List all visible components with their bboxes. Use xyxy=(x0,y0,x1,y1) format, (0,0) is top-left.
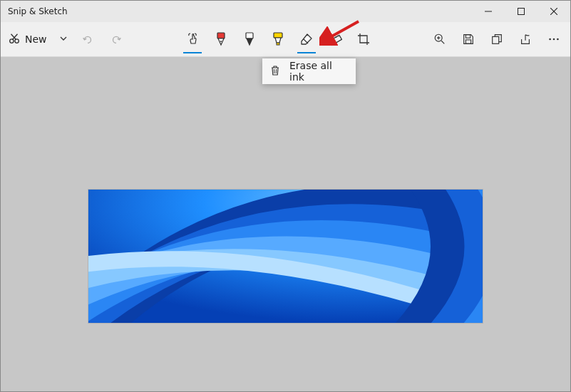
pencil-icon xyxy=(243,32,256,46)
copy-icon xyxy=(490,33,503,46)
save-button[interactable] xyxy=(455,26,482,53)
snip-icon xyxy=(8,32,21,47)
svg-rect-1 xyxy=(518,9,525,15)
svg-rect-7 xyxy=(274,33,282,38)
more-icon xyxy=(547,33,560,46)
svg-rect-12 xyxy=(465,40,470,43)
toolbar-right-group xyxy=(426,26,567,53)
canvas-area xyxy=(1,57,570,391)
svg-rect-13 xyxy=(493,36,499,43)
svg-point-15 xyxy=(553,38,555,41)
redo-icon xyxy=(110,33,123,46)
pencil-button[interactable] xyxy=(236,26,263,53)
new-snip-button[interactable]: New xyxy=(4,26,53,52)
crop-button[interactable] xyxy=(350,26,377,53)
toolbar-left-group: New xyxy=(4,26,130,53)
new-snip-label: New xyxy=(25,33,47,45)
undo-button[interactable] xyxy=(74,26,101,53)
share-button[interactable] xyxy=(512,26,539,53)
more-button[interactable] xyxy=(540,26,567,53)
window-minimize-button[interactable] xyxy=(472,1,505,22)
zoom-icon xyxy=(433,33,446,46)
redo-button[interactable] xyxy=(103,26,130,53)
window-close-button[interactable] xyxy=(537,1,570,22)
new-snip-dropdown[interactable] xyxy=(54,26,73,52)
highlighter-icon xyxy=(272,32,284,46)
app-title: Snip & Sketch xyxy=(8,6,68,16)
eraser-button[interactable] xyxy=(293,26,320,53)
svg-rect-8 xyxy=(277,43,279,45)
svg-point-5 xyxy=(220,41,222,42)
svg-rect-11 xyxy=(465,35,470,38)
svg-rect-0 xyxy=(485,11,492,12)
ruler-icon xyxy=(328,32,342,46)
svg-rect-4 xyxy=(217,33,225,38)
zoom-button[interactable] xyxy=(426,26,453,53)
window-maximize-button[interactable] xyxy=(505,1,537,22)
svg-point-2 xyxy=(10,38,14,42)
chevron-down-icon xyxy=(59,34,68,45)
highlighter-button[interactable] xyxy=(264,26,292,53)
svg-point-3 xyxy=(15,38,19,42)
touch-icon xyxy=(185,32,200,46)
ballpoint-pen-button[interactable] xyxy=(207,26,235,53)
svg-rect-6 xyxy=(246,33,253,38)
touch-writing-button[interactable] xyxy=(179,26,206,53)
share-icon xyxy=(519,33,532,46)
captured-image[interactable] xyxy=(88,190,483,323)
titlebar: Snip & Sketch xyxy=(1,1,570,22)
toolbar-center-group xyxy=(179,26,377,53)
copy-button[interactable] xyxy=(483,26,510,53)
selection-indicator xyxy=(183,52,202,54)
svg-point-16 xyxy=(557,38,559,41)
toolbar: New xyxy=(1,22,570,57)
ruler-button[interactable] xyxy=(321,26,349,53)
selection-indicator xyxy=(297,52,316,54)
eraser-menu: Erase all ink xyxy=(262,58,356,84)
undo-icon xyxy=(81,33,94,46)
crop-icon xyxy=(356,32,371,46)
save-icon xyxy=(462,33,475,46)
pen-icon xyxy=(215,32,227,46)
erase-all-menu-item[interactable]: Erase all ink xyxy=(289,60,349,83)
eraser-icon xyxy=(299,32,314,46)
svg-point-14 xyxy=(549,38,551,41)
trash-icon xyxy=(269,65,281,78)
wallpaper-graphic xyxy=(88,190,483,323)
